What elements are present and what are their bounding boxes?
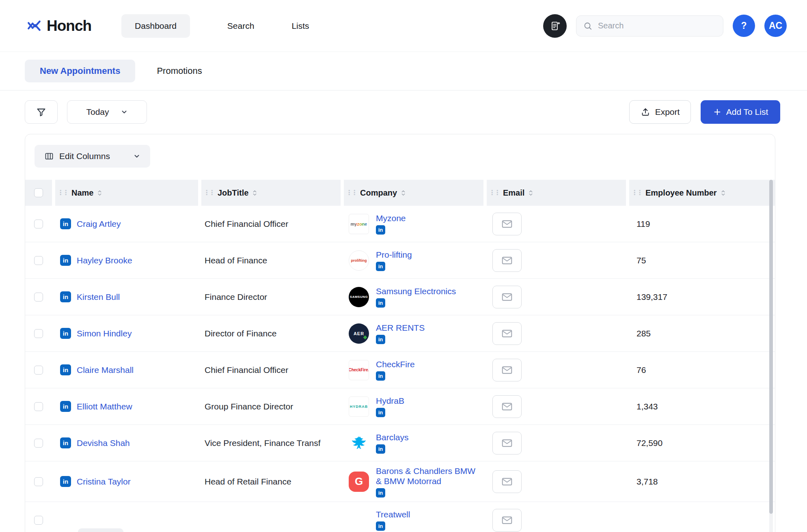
contact-name-link[interactable]: Craig Artley (77, 219, 121, 229)
column-header-employee-number[interactable]: Employee Number (626, 180, 775, 206)
email-button[interactable] (492, 359, 522, 381)
column-header-email[interactable]: Email (483, 180, 626, 206)
table-header-row: Name JobTitle Company Email Employee Num… (25, 180, 775, 206)
job-title: Director of Finance (205, 329, 276, 338)
row-checkbox[interactable] (34, 220, 43, 228)
linkedin-icon[interactable] (60, 291, 71, 302)
sort-icon[interactable] (97, 189, 102, 197)
linkedin-icon[interactable] (376, 262, 385, 271)
column-header-company[interactable]: Company (341, 180, 483, 206)
sort-icon[interactable] (528, 189, 533, 197)
row-checkbox[interactable] (34, 366, 43, 375)
linkedin-icon[interactable] (376, 298, 385, 308)
row-checkbox[interactable] (34, 439, 43, 448)
barclays-eagle-icon (350, 434, 368, 452)
toolbar-actions: Export Add To List (629, 100, 780, 124)
column-header-jobtitle[interactable]: JobTitle (198, 180, 341, 206)
contact-name-link[interactable]: Kirsten Bull (77, 292, 120, 302)
notes-button[interactable] (543, 14, 567, 38)
linkedin-icon[interactable] (376, 521, 385, 531)
column-header-name[interactable]: Name (52, 180, 198, 206)
linkedin-icon[interactable] (60, 328, 71, 339)
drag-handle-icon[interactable] (489, 190, 499, 196)
edit-columns-button[interactable]: Edit Columns (35, 145, 150, 168)
row-checkbox[interactable] (34, 402, 43, 411)
contact-name-link[interactable]: Hayley Brooke (77, 256, 132, 265)
email-button[interactable] (492, 470, 522, 493)
contact-name-link[interactable]: Devisha Shah (77, 438, 130, 448)
company-link[interactable]: Myzone (376, 213, 406, 223)
date-range-dropdown[interactable]: Today (67, 100, 147, 124)
email-button[interactable] (492, 249, 522, 272)
email-button[interactable] (492, 286, 522, 308)
drag-handle-icon[interactable] (57, 190, 68, 196)
job-title: Vice President, Finance Transf (205, 438, 321, 448)
contact-name-link[interactable]: Cristina Taylor (77, 477, 131, 487)
company-link[interactable]: Treatwell (376, 509, 410, 519)
company-link[interactable]: Samsung Electronics (376, 286, 456, 296)
linkedin-icon[interactable] (60, 476, 71, 487)
email-button[interactable] (492, 395, 522, 418)
row-checkbox[interactable] (34, 329, 43, 338)
email-button[interactable] (492, 322, 522, 345)
linkedin-icon[interactable] (376, 371, 385, 381)
linkedin-icon[interactable] (60, 401, 71, 412)
add-to-list-button[interactable]: Add To List (701, 100, 780, 124)
row-checkbox[interactable] (34, 516, 43, 525)
email-button[interactable] (492, 213, 522, 235)
tab-new-appointments[interactable]: New Appointments (25, 60, 135, 82)
contact-name-link[interactable]: Elliott Matthew (77, 402, 132, 411)
brand-logo[interactable]: Honch (26, 17, 91, 34)
date-range-label: Today (86, 107, 109, 117)
column-label: Company (360, 188, 397, 198)
nav-item-lists[interactable]: Lists (291, 21, 309, 31)
linkedin-icon[interactable] (376, 444, 385, 454)
company-link[interactable]: HydraB (376, 396, 404, 406)
funnel-icon (36, 107, 47, 118)
sort-icon[interactable] (401, 189, 406, 197)
nav-item-search[interactable]: Search (227, 21, 255, 31)
select-all-checkbox[interactable] (34, 188, 43, 197)
company-link[interactable]: Barons & Chandlers BMW & BMW Motorrad (376, 466, 482, 486)
contact-name-link[interactable]: Simon Hindley (77, 329, 132, 338)
company-link[interactable]: Barclays (376, 432, 409, 442)
header-actions: ? AC (543, 14, 787, 38)
contact-name-link[interactable]: Claire Marshall (77, 365, 134, 375)
drag-handle-icon[interactable] (203, 190, 214, 196)
linkedin-icon[interactable] (376, 335, 385, 344)
row-checkbox[interactable] (34, 293, 43, 302)
company-link[interactable]: CheckFire (376, 359, 415, 369)
filter-button[interactable] (25, 100, 58, 124)
drag-handle-icon[interactable] (631, 190, 642, 196)
linkedin-icon[interactable] (60, 437, 71, 448)
table-scrollbar-track (769, 180, 773, 532)
linkedin-icon[interactable] (376, 488, 385, 498)
email-button[interactable] (492, 509, 522, 532)
linkedin-icon[interactable] (376, 408, 385, 417)
export-button[interactable]: Export (629, 100, 691, 124)
sort-icon[interactable] (721, 189, 726, 197)
nav-item-dashboard[interactable]: Dashboard (121, 14, 190, 38)
linkedin-icon[interactable] (60, 218, 71, 229)
employee-number: 139,317 (637, 292, 667, 302)
avatar[interactable]: AC (764, 15, 787, 37)
email-button[interactable] (492, 432, 522, 454)
company-link[interactable]: AER RENTS (376, 323, 425, 333)
pagination-control-partial[interactable] (78, 528, 123, 532)
plus-icon (713, 108, 722, 116)
linkedin-icon[interactable] (376, 225, 385, 235)
row-checkbox[interactable] (34, 256, 43, 265)
help-button[interactable]: ? (733, 15, 755, 37)
table-scrollbar-thumb[interactable] (769, 180, 773, 514)
linkedin-icon[interactable] (60, 364, 71, 375)
search-input[interactable] (598, 21, 716, 30)
search-icon (583, 21, 593, 31)
row-checkbox[interactable] (34, 477, 43, 486)
envelope-icon (501, 364, 513, 376)
tab-promotions[interactable]: Promotions (157, 60, 202, 82)
sort-icon[interactable] (252, 189, 257, 197)
job-title: Chief Financial Officer (205, 365, 288, 375)
drag-handle-icon[interactable] (346, 190, 356, 196)
company-link[interactable]: Pro-lifting (376, 250, 412, 260)
linkedin-icon[interactable] (60, 255, 71, 266)
